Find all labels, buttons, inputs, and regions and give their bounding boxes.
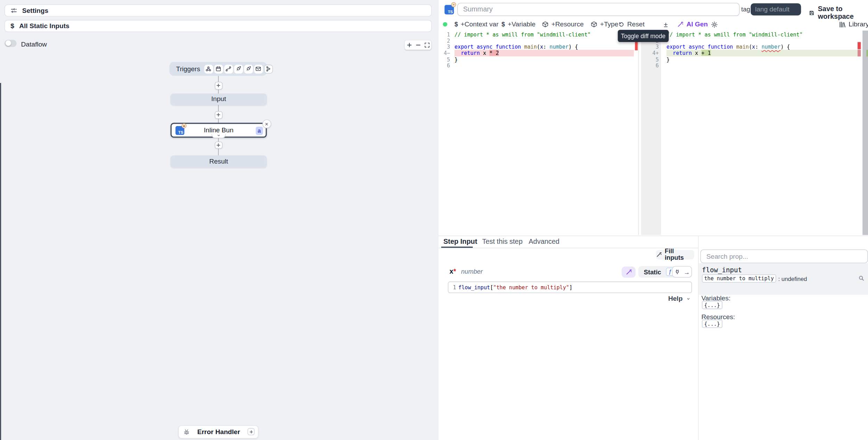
arrow-right-icon[interactable]: → bbox=[684, 268, 690, 275]
step-editor-panel: TS tag Save to workspace $+Context var $… bbox=[438, 0, 868, 440]
typescript-badge: TS bbox=[176, 126, 184, 135]
added-line: return x + 1 bbox=[666, 50, 860, 56]
postgres-trigger-icon[interactable] bbox=[244, 65, 253, 73]
library-button[interactable]: Library bbox=[839, 19, 868, 30]
all-static-inputs-button[interactable]: $ All Static Inputs bbox=[5, 20, 432, 32]
step-bottom-panel: Step Input Test this step Advanced Fill … bbox=[438, 235, 868, 440]
active-tab-underline bbox=[441, 247, 473, 248]
gear-icon[interactable] bbox=[711, 21, 718, 28]
route-trigger-icon[interactable] bbox=[224, 65, 233, 73]
required-mark: * bbox=[453, 267, 456, 275]
websocket-trigger-icon[interactable] bbox=[234, 65, 243, 73]
original-line-numbers: 1234−56 bbox=[438, 31, 450, 69]
overview-ruler-changed-mark bbox=[858, 50, 861, 56]
arg-type: number bbox=[461, 268, 483, 275]
ai-gen-button[interactable]: AI Gen bbox=[677, 19, 708, 30]
modified-code[interactable]: // import * as wmill from "windmill-clie… bbox=[666, 31, 860, 69]
result-node[interactable]: Result bbox=[170, 155, 267, 167]
insert-step-button[interactable] bbox=[215, 111, 222, 118]
diff-sash[interactable] bbox=[638, 31, 639, 235]
library-icon bbox=[839, 21, 846, 28]
save-to-workspace-button[interactable]: Save to workspace bbox=[809, 5, 868, 20]
collapse-step-chevron[interactable] bbox=[211, 134, 226, 138]
input-mode-segmented-control[interactable]: Static ƒ bbox=[638, 266, 676, 277]
settings-button[interactable]: Settings bbox=[5, 5, 432, 17]
prop-value: : undefined bbox=[778, 275, 807, 282]
prop-chip[interactable]: the number to multiply bbox=[702, 274, 776, 283]
add-type-button[interactable]: +Type bbox=[591, 19, 618, 30]
editor-scrollbar[interactable] bbox=[862, 31, 868, 235]
wand-icon bbox=[656, 251, 662, 258]
input-node[interactable]: Input bbox=[170, 93, 267, 105]
search-icon[interactable] bbox=[858, 275, 865, 282]
fill-inputs-button[interactable]: Fill inputs bbox=[656, 250, 694, 259]
trigger-buttons bbox=[204, 65, 273, 73]
dollar-icon: $ bbox=[10, 22, 14, 30]
reset-button[interactable]: Reset bbox=[618, 19, 644, 30]
error-handler-node[interactable]: Error Handler bbox=[178, 425, 259, 438]
kafka-trigger-icon[interactable] bbox=[264, 65, 273, 73]
tabbar-divider bbox=[438, 248, 698, 249]
flow-input-title: flow_input bbox=[702, 266, 742, 274]
resources-chip[interactable]: {...} bbox=[702, 320, 722, 328]
dollar-icon: $ bbox=[502, 21, 505, 28]
delete-step-button[interactable]: × bbox=[262, 119, 271, 128]
wand-icon bbox=[677, 21, 684, 28]
wand-icon bbox=[625, 268, 632, 275]
dataflow-label: Dataflow bbox=[21, 40, 47, 48]
windmill-flow-editor: Settings $ All Static Inputs Dataflow Tr… bbox=[0, 0, 868, 440]
canvas-zoom-controls[interactable] bbox=[405, 40, 431, 50]
reset-icon bbox=[618, 21, 625, 27]
result-node-label: Result bbox=[209, 157, 228, 165]
schedule-trigger-icon[interactable] bbox=[214, 65, 223, 73]
tab-advanced[interactable]: Advanced bbox=[529, 238, 560, 245]
dataflow-toggle[interactable] bbox=[5, 40, 17, 47]
variables-chip[interactable]: {...} bbox=[702, 301, 722, 309]
line-number: 1 bbox=[448, 284, 459, 291]
fit-view-icon[interactable] bbox=[424, 42, 430, 48]
expand-diff-icon[interactable]: ± bbox=[664, 20, 667, 29]
bun-icon bbox=[181, 123, 186, 128]
triggers-label: Triggers bbox=[176, 65, 200, 73]
input-expression-editor[interactable]: 1 flow_input["the number to multiply"] bbox=[448, 282, 692, 293]
insert-step-button[interactable] bbox=[215, 141, 222, 149]
insert-step-button[interactable] bbox=[215, 82, 222, 89]
webhook-trigger-icon[interactable] bbox=[204, 65, 213, 73]
overview-ruler-removed-mark bbox=[635, 42, 638, 50]
zoom-in-icon[interactable] bbox=[406, 42, 412, 48]
tag-input[interactable] bbox=[751, 3, 801, 16]
overview-ruler-error-mark bbox=[858, 42, 861, 49]
plug-icon[interactable] bbox=[674, 269, 681, 275]
package-icon bbox=[542, 21, 549, 28]
flow-canvas[interactable]: Settings $ All Static Inputs Dataflow Tr… bbox=[0, 0, 438, 440]
bug-icon bbox=[183, 429, 190, 435]
help-button[interactable]: Help bbox=[668, 295, 691, 302]
add-context-var-button[interactable]: $+Context var bbox=[454, 19, 498, 30]
triggers-bar: Triggers bbox=[169, 62, 267, 76]
status-dot bbox=[443, 22, 447, 27]
arg-name: x* bbox=[449, 267, 456, 275]
toggle-knob bbox=[5, 40, 11, 46]
error-handler-label: Error Handler bbox=[190, 428, 248, 435]
summary-input[interactable] bbox=[457, 3, 739, 16]
tab-test-this-step[interactable]: Test this step bbox=[482, 238, 522, 245]
add-variable-button[interactable]: $+Variable bbox=[502, 19, 536, 30]
input-node-label: Input bbox=[211, 95, 226, 103]
static-mode-label[interactable]: Static bbox=[640, 268, 665, 275]
add-error-handler-button[interactable] bbox=[248, 428, 255, 435]
tab-step-input[interactable]: Step Input bbox=[444, 238, 477, 245]
add-resource-button[interactable]: +Resource bbox=[542, 19, 584, 30]
code-diff-editor[interactable]: 1234−56 // import * as wmill from "windm… bbox=[438, 31, 868, 235]
package-icon bbox=[591, 21, 597, 28]
removed-line: return x * 2 bbox=[454, 50, 634, 56]
prop-picker-panel: flow_input the number to multiply : unde… bbox=[698, 236, 868, 440]
email-trigger-icon[interactable] bbox=[254, 65, 263, 73]
ai-fill-button[interactable] bbox=[622, 266, 635, 277]
connect-input-buttons[interactable]: → bbox=[672, 266, 692, 277]
dollar-icon: $ bbox=[454, 21, 458, 28]
all-static-inputs-label: All Static Inputs bbox=[19, 22, 69, 30]
zoom-out-icon[interactable] bbox=[415, 42, 421, 48]
search-prop-input[interactable] bbox=[700, 249, 868, 263]
original-code[interactable]: // import * as wmill from "windmill-clie… bbox=[454, 31, 634, 69]
step-node-label: Inline Bun bbox=[204, 126, 234, 134]
